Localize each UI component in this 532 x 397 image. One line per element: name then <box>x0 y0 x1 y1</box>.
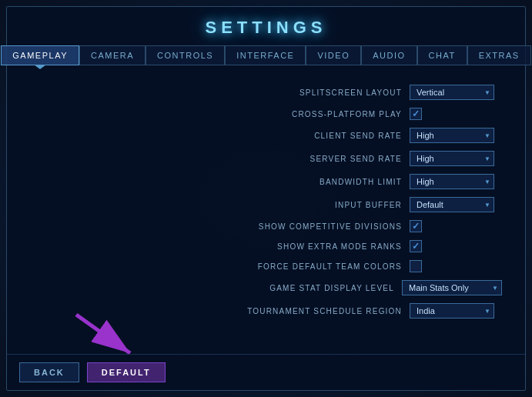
splitscreen-layout-control: Vertical Horizontal <box>410 85 502 100</box>
client-send-rate-control: High Medium Low <box>410 128 502 143</box>
show-competitive-divisions-label: SHOW COMPETITIVE DIVISIONS <box>30 222 402 231</box>
show-extra-mode-ranks-checkbox[interactable] <box>410 240 422 252</box>
game-stat-display-level-dropdown-wrap: Main Stats Only All Stats None <box>402 280 502 295</box>
splitscreen-layout-select[interactable]: Vertical Horizontal <box>410 85 494 100</box>
game-stat-display-level-control: Main Stats Only All Stats None <box>402 280 502 295</box>
tab-audio[interactable]: AUDIO <box>361 45 417 65</box>
page-title: SETTINGS <box>7 7 525 45</box>
client-send-rate-dropdown-wrap: High Medium Low <box>410 128 494 143</box>
splitscreen-layout-dropdown-wrap: Vertical Horizontal <box>410 85 494 100</box>
game-stat-display-level-select[interactable]: Main Stats Only All Stats None <box>402 280 502 295</box>
setting-show-extra-mode-ranks: SHOW EXTRA MODE RANKS <box>30 236 502 256</box>
setting-force-default-team-colors: FORCE DEFAULT TEAM COLORS <box>30 256 502 276</box>
tab-gameplay[interactable]: GAMEPLAY <box>1 45 79 65</box>
force-default-team-colors-control <box>410 260 502 272</box>
back-button[interactable]: BACK <box>19 362 79 382</box>
default-button[interactable]: DEFAULT <box>87 362 166 382</box>
setting-client-send-rate: CLIENT SEND RATE High Medium Low <box>30 124 502 147</box>
setting-server-send-rate: SERVER SEND RATE High Medium Low <box>30 147 502 170</box>
setting-splitscreen-layout: SPLITSCREEN LAYOUT Vertical Horizontal <box>30 81 502 104</box>
tab-interface[interactable]: INTERFACE <box>225 45 306 65</box>
tournament-schedule-region-select[interactable]: India US-East Europe <box>410 303 494 319</box>
tab-controls[interactable]: CONTROLS <box>146 45 225 65</box>
bandwidth-limit-label: BANDWIDTH LIMIT <box>30 178 402 186</box>
server-send-rate-select[interactable]: High Medium Low <box>410 151 494 166</box>
tab-camera[interactable]: CAMERA <box>79 45 146 65</box>
setting-show-competitive-divisions: SHOW COMPETITIVE DIVISIONS <box>30 216 502 236</box>
cross-platform-play-checkbox[interactable] <box>410 108 422 120</box>
input-buffer-label: INPUT BUFFER <box>30 201 402 209</box>
server-send-rate-control: High Medium Low <box>410 151 502 166</box>
bottom-bar: BACK DEFAULT <box>7 354 525 390</box>
cross-platform-play-label: CROSS-PLATFORM PLAY <box>30 110 402 118</box>
input-buffer-select[interactable]: Default Low High <box>410 197 494 212</box>
input-buffer-control: Default Low High <box>410 197 502 212</box>
setting-input-buffer: INPUT BUFFER Default Low High <box>30 193 502 216</box>
tournament-schedule-region-control: India US-East Europe <box>410 303 502 319</box>
tournament-schedule-region-dropdown-wrap: India US-East Europe <box>410 303 494 319</box>
force-default-team-colors-label: FORCE DEFAULT TEAM COLORS <box>30 262 402 271</box>
setting-cross-platform-play: CROSS-PLATFORM PLAY <box>30 104 502 124</box>
game-stat-display-level-label: GAME STAT DISPLAY LEVEL <box>30 284 394 292</box>
client-send-rate-select[interactable]: High Medium Low <box>410 128 494 143</box>
force-default-team-colors-checkbox[interactable] <box>410 260 422 272</box>
setting-bandwidth-limit: BANDWIDTH LIMIT High Medium Low <box>30 170 502 193</box>
cross-platform-play-control <box>410 108 502 120</box>
setting-tournament-schedule-region: TOURNAMENT SCHEDULE REGION India US-East… <box>30 299 502 322</box>
tournament-schedule-region-label: TOURNAMENT SCHEDULE REGION <box>30 307 402 315</box>
bandwidth-limit-select[interactable]: High Medium Low <box>410 174 494 189</box>
client-send-rate-label: CLIENT SEND RATE <box>30 132 402 140</box>
splitscreen-layout-label: SPLITSCREEN LAYOUT <box>30 88 402 97</box>
show-extra-mode-ranks-control <box>410 240 502 252</box>
settings-area: SPLITSCREEN LAYOUT Vertical Horizontal C… <box>7 76 525 327</box>
bandwidth-limit-dropdown-wrap: High Medium Low <box>410 174 494 189</box>
show-competitive-divisions-control <box>410 220 502 232</box>
setting-game-stat-display-level: GAME STAT DISPLAY LEVEL Main Stats Only … <box>30 276 502 299</box>
bandwidth-limit-control: High Medium Low <box>410 174 502 189</box>
tab-bar: GAMEPLAY CAMERA CONTROLS INTERFACE VIDEO… <box>7 45 525 65</box>
show-competitive-divisions-checkbox[interactable] <box>410 220 422 232</box>
server-send-rate-dropdown-wrap: High Medium Low <box>410 151 494 166</box>
server-send-rate-label: SERVER SEND RATE <box>30 155 402 163</box>
input-buffer-dropdown-wrap: Default Low High <box>410 197 494 212</box>
tab-video[interactable]: VIDEO <box>306 45 361 65</box>
show-extra-mode-ranks-label: SHOW EXTRA MODE RANKS <box>30 242 402 251</box>
settings-panel: SETTINGS GAMEPLAY CAMERA CONTROLS INTERF… <box>6 6 526 391</box>
tab-chat[interactable]: CHAT <box>417 45 467 65</box>
tab-extras[interactable]: EXTRAS <box>467 45 531 65</box>
